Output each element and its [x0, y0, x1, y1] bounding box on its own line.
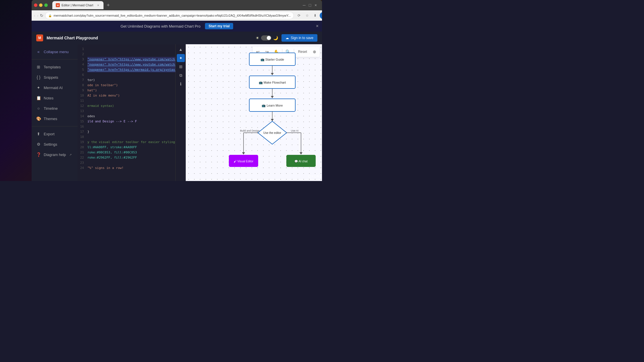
- sidebar-item-snippets[interactable]: { } Snippets: [32, 72, 78, 82]
- scroll-up-button[interactable]: ▲: [177, 45, 185, 53]
- sidebar-item-templates[interactable]: ⊞ Templates: [32, 62, 78, 72]
- code-line-23: [87, 160, 175, 165]
- sidebar-item-themes[interactable]: 🎨 Themes: [32, 113, 78, 124]
- code-line-5: "noopener" href="https://mermaid.js.org/…: [87, 67, 175, 72]
- promotion-banner: Get Unlimited Diagrams with Mermaid Char…: [32, 21, 322, 32]
- banner-close-button[interactable]: ×: [316, 24, 319, 29]
- profile-button[interactable]: T: [320, 12, 322, 19]
- window-close-icon[interactable]: ×: [314, 3, 317, 7]
- header-actions: ☀ 🌙 ☁ Sign in to save: [256, 34, 317, 42]
- help-icon: ❓: [36, 152, 41, 157]
- window-minimize-icon[interactable]: ─: [302, 3, 306, 7]
- svg-text:Build and Design: Build and Design: [240, 129, 260, 132]
- code-line-13: [87, 109, 175, 114]
- minimize-button[interactable]: [39, 3, 43, 7]
- banner-text: Get Unlimited Diagrams with Mermaid Char…: [120, 24, 200, 28]
- code-line-22: roke:#2962FF, fill:#2962FF: [87, 155, 175, 160]
- sidebar-item-notes[interactable]: 📋 Notes: [32, 93, 78, 103]
- templates-icon: ⊞: [36, 65, 41, 69]
- tab-favicon: M: [56, 3, 60, 7]
- svg-marker-20: [300, 152, 302, 155]
- themes-label: Themes: [44, 117, 57, 121]
- toggle-thumb: [267, 36, 271, 40]
- app-title: Mermaid Chart Playground: [47, 36, 252, 40]
- code-editor[interactable]: 1 2 3 4 5 6 7 8 9 10 11 12 13: [78, 44, 175, 181]
- settings-label: Settings: [44, 142, 57, 147]
- copy-toolbar-button[interactable]: ⧉: [177, 71, 185, 79]
- ai-toolbar-button[interactable]: ✦: [177, 54, 185, 62]
- collapse-label: Collapse menu: [44, 50, 69, 54]
- snippets-label: Snippets: [44, 75, 58, 80]
- toggle-track[interactable]: [261, 35, 271, 41]
- active-tab[interactable]: M Editor | Mermaid Chart ×: [52, 1, 103, 9]
- app-logo: M: [36, 34, 43, 41]
- extensions-button[interactable]: ⟳: [296, 12, 302, 19]
- code-line-7: tor): [87, 78, 175, 83]
- code-line-14: odes: [87, 114, 175, 119]
- mermaid-ai-label: Mermaid AI: [44, 86, 63, 90]
- code-line-3: "noopener" href="https://www.youtube.com…: [87, 57, 175, 62]
- tab-close-button[interactable]: ×: [96, 3, 100, 7]
- settings-icon: ⚙: [36, 142, 41, 147]
- timeline-icon: ○: [36, 106, 41, 111]
- code-content[interactable]: "noopener" href="https://www.youtube.com…: [86, 44, 175, 181]
- sign-in-icon: ☁: [285, 36, 289, 40]
- refresh-button[interactable]: ↻: [40, 12, 43, 19]
- code-line-16: [87, 124, 175, 129]
- code-line-11: [87, 98, 175, 103]
- templates-label: Templates: [44, 65, 61, 69]
- tab-title: Editor | Mermaid Chart: [62, 3, 93, 7]
- code-line-15: ild and Design --> E --> F: [87, 119, 175, 124]
- code-line-12: ermaid syntax): [87, 103, 175, 109]
- lock-icon: 🔒: [48, 14, 52, 17]
- svg-text:📺 Starter Guide: 📺 Starter Guide: [260, 57, 284, 61]
- code-line-20: ll:#AA00FF, stroke:#AA00FF: [87, 145, 175, 150]
- sidebar-item-diagram-help[interactable]: ❓ Diagram help ↗: [32, 149, 78, 160]
- window-maximize-icon[interactable]: □: [308, 3, 312, 7]
- browser-nav: ‹ › ↻ 🔒 mermaidchart.com/play?utm_source…: [32, 10, 322, 21]
- moon-icon: 🌙: [273, 36, 278, 40]
- collapse-icon: «: [36, 49, 41, 54]
- code-line-2: [87, 52, 175, 57]
- sign-in-button[interactable]: ☁ Sign in to save: [281, 34, 317, 42]
- window-controls: [34, 3, 48, 7]
- code-line-19: y the visual editor toolbar for easier s…: [87, 140, 175, 145]
- sidebar-item-mermaid-ai[interactable]: ✦ Mermaid AI: [32, 82, 78, 93]
- code-editor-content[interactable]: 1 2 3 4 5 6 7 8 9 10 11 12 13: [78, 44, 175, 181]
- svg-text:🖌 Visual Editor: 🖌 Visual Editor: [234, 160, 254, 163]
- new-tab-button[interactable]: +: [104, 1, 112, 9]
- downloads-button[interactable]: ⬇: [312, 12, 319, 19]
- code-line-8: ode in toolbar"): [87, 83, 175, 88]
- svg-marker-3: [271, 73, 274, 75]
- line-numbers: 1 2 3 4 5 6 7 8 9 10 11 12 13: [78, 44, 86, 181]
- address-bar[interactable]: 🔒 mermaidchart.com/play?utm_source=merma…: [45, 12, 294, 19]
- sidebar-divider-2: [32, 126, 78, 126]
- start-trial-button[interactable]: Start my trial: [205, 23, 233, 29]
- app-content: Get Unlimited Diagrams with Mermaid Char…: [32, 21, 322, 181]
- sidebar-collapse-button[interactable]: « Collapse menu: [32, 47, 78, 57]
- bookmark-button[interactable]: ☆: [304, 12, 310, 19]
- theme-toggle[interactable]: ☀ 🌙: [256, 35, 278, 41]
- notes-icon: 📋: [36, 96, 41, 100]
- svg-text:💬 AI chat: 💬 AI chat: [294, 159, 308, 163]
- svg-marker-16: [242, 152, 245, 155]
- maximize-button[interactable]: [44, 3, 48, 7]
- sidebar-item-export[interactable]: ⬆ Export: [32, 129, 78, 139]
- code-line-4: "noopener" href="https://www.youtube.com…: [87, 62, 175, 67]
- close-button[interactable]: [34, 3, 37, 7]
- editor-area: 1 2 3 4 5 6 7 8 9 10 11 12 13: [78, 44, 322, 181]
- code-line-18: [87, 134, 175, 140]
- nav-actions: ⟳ ☆ ⬇ T ⋮: [296, 12, 322, 19]
- timeline-label: Timeline: [44, 106, 58, 111]
- sidebar-item-settings[interactable]: ⚙ Settings: [32, 139, 78, 149]
- back-button[interactable]: ‹: [34, 12, 35, 19]
- themes-icon: 🎨: [36, 116, 41, 121]
- sidebar-item-timeline[interactable]: ○ Timeline: [32, 103, 78, 113]
- flowchart-svg: 📺 Starter Guide 📺 Make Flowchart 📺 Learn…: [226, 50, 318, 181]
- code-lines: 1 2 3 4 5 6 7 8 9 10 11 12 13: [78, 44, 175, 181]
- info-toolbar-button[interactable]: ℹ: [177, 80, 185, 88]
- forward-button[interactable]: ›: [37, 12, 39, 19]
- diagram-canvas: ↩ ↪ ✋ 🔍 Reset ⊕ 📺 Starter Guide: [186, 44, 322, 181]
- grid-toolbar-button[interactable]: ⊞: [177, 63, 185, 71]
- app-header: M Mermaid Chart Playground ☀ 🌙 ☁ Sign in…: [32, 32, 322, 44]
